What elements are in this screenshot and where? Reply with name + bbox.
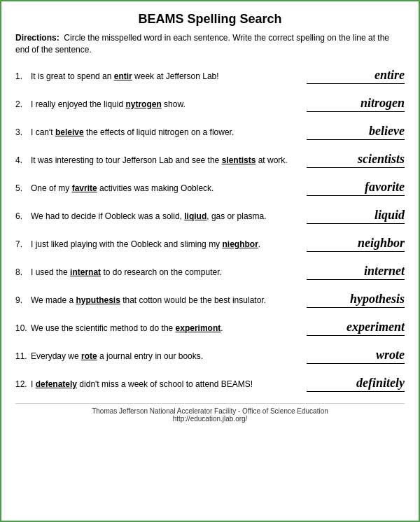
page-title: BEAMS Spelling Search — [15, 12, 405, 27]
misspelled-word: beleive — [55, 127, 84, 137]
item-sentence: We use the scientific method to do the e… — [31, 322, 300, 334]
answer-text: neighbor — [358, 236, 405, 251]
answer-line — [307, 391, 405, 392]
answer-area: hypothesis — [300, 292, 405, 308]
list-item: 2.I really enjoyed the liquid nytrogen s… — [15, 91, 405, 118]
answer-line — [307, 251, 405, 252]
list-item: 7.I just liked playing with the Oobleck … — [15, 231, 405, 258]
list-item: 6.We had to decide if Oobleck was a soli… — [15, 203, 405, 230]
item-sentence: I just liked playing with the Oobleck an… — [31, 238, 300, 251]
answer-line — [307, 167, 405, 168]
item-sentence: I defenately didn't miss a week of schoo… — [31, 378, 300, 390]
misspelled-word: nytrogen — [125, 99, 161, 109]
misspelled-word: hyputhesis — [76, 295, 120, 305]
answer-text: scientists — [358, 152, 405, 167]
answer-line — [307, 363, 405, 364]
list-item: 9.We made a hyputhesis that cotton would… — [15, 287, 405, 313]
answer-text: wrote — [376, 348, 405, 362]
list-item: 4.It was interesting to tour Jefferson L… — [15, 147, 405, 174]
answer-line — [307, 83, 405, 84]
answer-text: nitrogen — [360, 96, 405, 111]
item-number: 2. — [15, 99, 31, 109]
item-number: 3. — [15, 127, 31, 137]
item-number: 6. — [15, 211, 31, 221]
answer-area: liquid — [300, 208, 405, 224]
misspelled-word: nieghbor — [222, 239, 258, 249]
item-number: 11. — [15, 351, 31, 361]
item-number: 12. — [15, 379, 31, 389]
item-sentence: We had to decide if Oobleck was a solid,… — [31, 210, 300, 223]
answer-area: wrote — [300, 348, 405, 364]
misspelled-word: rote — [81, 351, 97, 361]
answer-area: internet — [300, 264, 405, 280]
answer-area: favorite — [300, 180, 405, 196]
list-item: 11.Everyday we rote a journal entry in o… — [15, 343, 405, 369]
item-sentence: We made a hyputhesis that cotton would b… — [31, 294, 300, 306]
answer-line — [307, 111, 405, 112]
item-number: 9. — [15, 295, 31, 305]
footer-line1: Thomas Jefferson National Accelerator Fa… — [15, 407, 405, 415]
answer-text: experiment — [346, 320, 405, 334]
item-number: 10. — [15, 323, 31, 333]
directions-text: Directions: Circle the misspelled word i… — [15, 32, 405, 56]
answer-line — [307, 307, 405, 308]
footer-line2: http://education.jlab.org/ — [15, 415, 405, 423]
misspelled-word: experimont — [176, 323, 221, 333]
list-item: 8.I used the internat to do research on … — [15, 259, 405, 285]
item-sentence: I really enjoyed the liquid nytrogen sho… — [31, 98, 300, 111]
misspelled-word: entir — [114, 71, 132, 81]
directions-label: Directions: — [15, 33, 59, 43]
answer-area: experiment — [300, 320, 405, 336]
list-item: 5.One of my favrite activities was makin… — [15, 175, 405, 202]
answer-area: scientists — [300, 152, 405, 168]
items-list: 1.It is great to spend an entir week at … — [15, 63, 405, 397]
misspelled-word: defenately — [36, 379, 77, 389]
misspelled-word: internat — [70, 267, 101, 277]
item-number: 1. — [15, 71, 31, 81]
answer-line — [307, 335, 405, 336]
item-sentence: Everyday we rote a journal entry in our … — [31, 350, 300, 362]
item-sentence: I used the internat to do research on th… — [31, 266, 300, 278]
item-sentence: One of my favrite activities was making … — [31, 182, 300, 195]
answer-area: entire — [300, 68, 405, 84]
misspelled-word: favrite — [72, 183, 97, 193]
answer-area: neighbor — [300, 236, 405, 252]
list-item: 1.It is great to spend an entir week at … — [15, 63, 405, 90]
answer-text: hypothesis — [350, 292, 405, 306]
directions-body: Circle the misspelled word in each sente… — [15, 33, 389, 55]
page-container: BEAMS Spelling Search Directions: Circle… — [1, 1, 419, 430]
answer-text: internet — [364, 264, 405, 278]
answer-text: definitely — [356, 376, 405, 390]
answer-line — [307, 223, 405, 224]
answer-area: nitrogen — [300, 96, 405, 112]
answer-text: liquid — [374, 208, 405, 223]
item-sentence: It is great to spend an entir week at Je… — [31, 70, 300, 83]
list-item: 3.I can't beleive the effects of liquid … — [15, 119, 405, 146]
answer-text: entire — [374, 68, 405, 83]
answer-line — [307, 139, 405, 140]
item-number: 7. — [15, 239, 31, 249]
item-sentence: It was interesting to tour Jefferson Lab… — [31, 154, 300, 167]
answer-area: definitely — [300, 376, 405, 392]
list-item: 10.We use the scientific method to do th… — [15, 315, 405, 341]
answer-area: believe — [300, 124, 405, 140]
list-item: 12.I defenately didn't miss a week of sc… — [15, 371, 405, 397]
item-number: 8. — [15, 267, 31, 277]
item-number: 4. — [15, 155, 31, 165]
footer: Thomas Jefferson National Accelerator Fa… — [15, 403, 405, 423]
misspelled-word: slentists — [222, 155, 256, 165]
answer-text: favorite — [365, 180, 405, 195]
answer-text: believe — [369, 124, 405, 139]
item-sentence: I can't beleive the effects of liquid ni… — [31, 126, 300, 139]
item-number: 5. — [15, 183, 31, 193]
answer-line — [307, 195, 405, 196]
misspelled-word: liqiud — [184, 211, 206, 221]
answer-line — [307, 279, 405, 280]
